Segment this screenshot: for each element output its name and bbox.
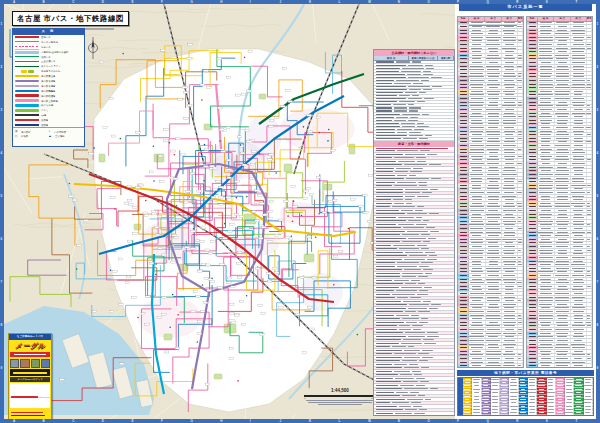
greeked-text — [486, 232, 501, 233]
greeked-text — [555, 235, 569, 236]
greeked-text — [518, 250, 521, 251]
greeked-text — [504, 149, 514, 150]
greeked-text — [503, 354, 515, 355]
greeked-text — [417, 206, 424, 207]
greeked-text — [557, 304, 567, 305]
greeked-text — [518, 228, 522, 229]
phone-cell — [547, 412, 556, 415]
greeked-text — [472, 318, 483, 319]
greeked-text — [540, 91, 552, 92]
greeked-text — [399, 325, 410, 326]
greeked-text — [416, 157, 426, 158]
grid-number: 9 — [0, 366, 2, 370]
legend-item-label: 近鉄線 — [41, 123, 48, 127]
greeked-text — [529, 185, 536, 186]
greeked-text — [460, 279, 467, 280]
greeked-text — [504, 311, 514, 312]
greeked-text — [504, 282, 515, 283]
greeked-text — [401, 123, 415, 124]
greeked-text — [394, 110, 407, 111]
greeked-text — [488, 289, 499, 290]
greeked-text — [402, 114, 420, 115]
greeked-text — [518, 181, 522, 182]
greeked-text — [529, 120, 536, 121]
greeked-text — [413, 168, 422, 169]
greeked-text — [401, 210, 412, 211]
greeked-text — [541, 239, 550, 240]
greeked-text — [460, 22, 467, 23]
greeked-text — [540, 26, 551, 27]
greeked-text — [521, 406, 525, 407]
greeked-text — [403, 227, 425, 228]
greeked-text — [486, 44, 500, 45]
grid-letter: P — [457, 419, 459, 423]
greeked-text — [540, 329, 552, 330]
greeked-text — [547, 412, 554, 413]
greeked-text — [538, 261, 553, 262]
phone-cell — [556, 412, 565, 415]
greeked-text — [573, 98, 583, 99]
greeked-text — [473, 412, 479, 413]
greeked-text — [460, 102, 467, 103]
greeked-text — [394, 353, 416, 354]
greeked-text — [486, 214, 501, 215]
greeked-text — [556, 58, 568, 59]
greeked-text — [574, 123, 583, 124]
greeked-text — [406, 322, 417, 323]
greeked-text — [573, 224, 584, 225]
greeked-text — [425, 273, 433, 274]
greeked-text — [470, 192, 484, 193]
greeked-text — [504, 66, 514, 67]
greeked-text — [556, 358, 568, 359]
greeked-text — [403, 301, 421, 302]
greeked-text — [518, 300, 521, 301]
greeked-text — [472, 113, 481, 114]
greeked-text — [530, 399, 535, 400]
greeked-text — [488, 199, 499, 200]
greeked-text — [539, 311, 553, 312]
greeked-text — [558, 253, 567, 254]
greeked-text — [585, 379, 591, 380]
greeked-text — [556, 257, 568, 258]
greeked-text — [529, 66, 536, 67]
greeked-text — [557, 66, 568, 67]
greeked-text — [587, 354, 590, 355]
greeked-text — [472, 286, 481, 287]
greeked-text — [376, 297, 395, 298]
greeked-text — [483, 385, 488, 386]
greeked-text — [571, 344, 585, 345]
greeked-text — [505, 62, 514, 63]
greeked-text — [487, 217, 500, 218]
greeked-text — [399, 248, 419, 249]
greeked-text — [587, 185, 591, 186]
greeked-text — [424, 287, 432, 288]
greeked-text — [396, 392, 408, 393]
greeked-text — [486, 293, 501, 294]
greeked-text — [423, 220, 430, 221]
greeked-text — [460, 300, 467, 301]
greeked-text — [521, 409, 525, 410]
greeked-text — [540, 66, 552, 67]
greeked-text — [421, 367, 429, 368]
greeked-text — [505, 134, 513, 135]
greeked-text — [503, 261, 516, 262]
greeked-text — [492, 402, 499, 403]
greeked-text — [502, 402, 507, 403]
greeked-text — [540, 102, 551, 103]
greeked-text — [538, 297, 553, 298]
greeked-text — [409, 89, 421, 90]
greeked-text — [376, 157, 392, 158]
greeked-text — [557, 131, 567, 132]
greeked-text — [470, 145, 484, 146]
greeked-text — [376, 336, 406, 337]
greeked-text — [376, 308, 406, 309]
greeked-text — [573, 76, 585, 77]
greeked-text — [483, 412, 488, 413]
greeked-text — [529, 76, 536, 77]
grid-number: 1 — [596, 22, 598, 26]
greeked-text — [376, 210, 399, 211]
greeked-text — [460, 315, 467, 316]
greeked-text — [470, 354, 483, 355]
greeked-text — [376, 399, 405, 400]
grid-number: 8 — [596, 323, 598, 327]
